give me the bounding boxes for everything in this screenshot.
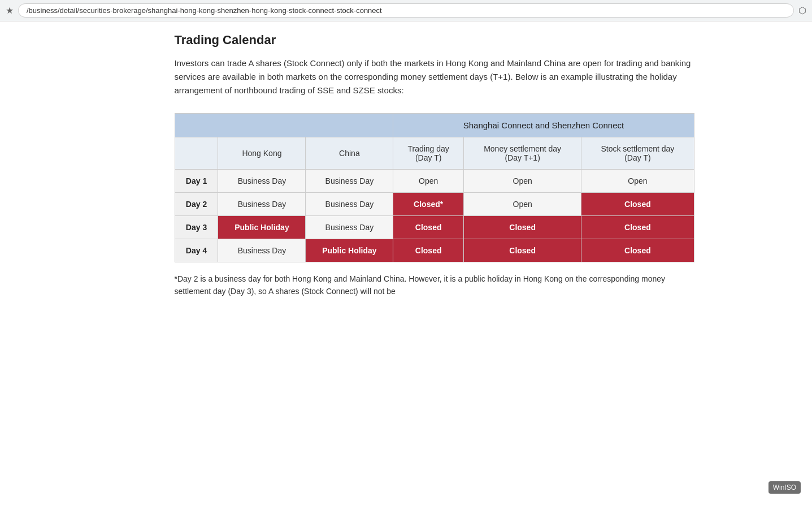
- col-header-money-settlement: Money settlement day(Day T+1): [463, 137, 581, 170]
- money-settlement-cell-1: Open: [463, 170, 581, 193]
- hk-cell-2: Business Day: [218, 193, 306, 216]
- hk-cell-1: Business Day: [218, 170, 306, 193]
- col-header-china: China: [306, 137, 393, 170]
- table-wrapper: Shanghai Connect and Shenzhen Connect Ho…: [175, 113, 694, 262]
- table-row: Day 2Business DayBusiness DayClosed*Open…: [175, 193, 694, 216]
- footnote: *Day 2 is a business day for both Hong K…: [175, 273, 694, 298]
- col-header-trading-day: Trading day(Day T): [393, 137, 464, 170]
- day-label-3: Day 3: [175, 216, 218, 239]
- page-description: Investors can trade A shares (Stock Conn…: [175, 57, 694, 97]
- money-settlement-cell-4: Closed: [463, 239, 581, 262]
- col-header-empty: [175, 137, 218, 170]
- stock-settlement-cell-2: Closed: [581, 193, 694, 216]
- extension-icon[interactable]: ⬡: [798, 5, 806, 16]
- trading-day-cell-2: Closed*: [393, 193, 464, 216]
- table-row: Day 4Business DayPublic HolidayClosedClo…: [175, 239, 694, 262]
- day-label-1: Day 1: [175, 170, 218, 193]
- day-label-4: Day 4: [175, 239, 218, 262]
- stock-settlement-cell-3: Closed: [581, 216, 694, 239]
- table-header-left: [175, 114, 393, 137]
- trading-day-cell-4: Closed: [393, 239, 464, 262]
- cn-cell-3: Business Day: [306, 216, 393, 239]
- table-row: Day 1Business DayBusiness DayOpenOpenOpe…: [175, 170, 694, 193]
- day-label-2: Day 2: [175, 193, 218, 216]
- col-header-stock-settlement: Stock settlement day(Day T): [581, 137, 694, 170]
- cn-cell-4: Public Holiday: [306, 239, 393, 262]
- table-header-right: Shanghai Connect and Shenzhen Connect: [393, 114, 694, 137]
- cn-cell-2: Business Day: [306, 193, 393, 216]
- page-content: Trading Calendar Investors can trade A s…: [95, 21, 717, 321]
- stock-settlement-cell-4: Closed: [581, 239, 694, 262]
- url-bar[interactable]: /business/detail/securities-brokerage/sh…: [18, 3, 794, 18]
- hk-cell-3: Public Holiday: [218, 216, 306, 239]
- page-title: Trading Calendar: [175, 33, 694, 48]
- trading-calendar-table: Shanghai Connect and Shenzhen Connect Ho…: [175, 113, 694, 262]
- url-text: /business/detail/securities-brokerage/sh…: [27, 6, 382, 15]
- trading-day-cell-1: Open: [393, 170, 464, 193]
- bookmark-icon[interactable]: ★: [6, 5, 14, 16]
- trading-day-cell-3: Closed: [393, 216, 464, 239]
- table-row: Day 3Public HolidayBusiness DayClosedClo…: [175, 216, 694, 239]
- col-header-hk: Hong Kong: [218, 137, 306, 170]
- browser-bar: ★ /business/detail/securities-brokerage/…: [0, 0, 812, 21]
- stock-settlement-cell-1: Open: [581, 170, 694, 193]
- money-settlement-cell-2: Open: [463, 193, 581, 216]
- cn-cell-1: Business Day: [306, 170, 393, 193]
- hk-cell-4: Business Day: [218, 239, 306, 262]
- money-settlement-cell-3: Closed: [463, 216, 581, 239]
